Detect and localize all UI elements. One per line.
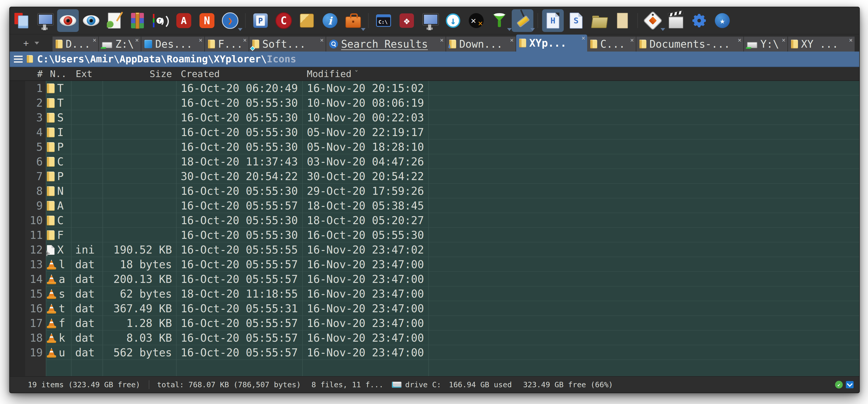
file-name-cell[interactable]: S <box>46 111 71 124</box>
tab-xyp[interactable]: XYp...✕ <box>516 34 587 52</box>
copy-documents-icon[interactable] <box>11 9 32 32</box>
tab-search-results[interactable]: Search Results✕ <box>326 36 446 52</box>
favorites-star-icon[interactable]: ★ <box>712 9 733 32</box>
table-row[interactable]: 15sdat62 bytes18-Oct-20 11:18:5516-Nov-2… <box>25 287 859 301</box>
tab-close-icon[interactable]: ✕ <box>440 36 443 43</box>
file-name-cell[interactable]: f <box>46 317 71 329</box>
tab-close-icon[interactable]: ✕ <box>782 36 785 43</box>
tab-f[interactable]: F...✕ <box>205 36 249 52</box>
tab-soft[interactable]: Soft...✕ <box>249 36 326 52</box>
download-circle-icon[interactable]: ↓ <box>442 9 464 32</box>
monitor-icon[interactable] <box>419 9 441 32</box>
table-row[interactable]: 16tdat367.49 KB16-Oct-20 05:55:3116-Nov-… <box>25 301 859 316</box>
acrobat-pdf-icon[interactable]: A <box>173 9 195 32</box>
file-name-cell[interactable]: s <box>46 288 71 300</box>
table-row[interactable]: 7P30-Oct-20 20:54:2230-Oct-20 20:54:22 <box>25 169 859 184</box>
command-prompt-icon[interactable]: C:\ <box>373 9 394 32</box>
tab-des[interactable]: Des...✕ <box>141 36 205 52</box>
paint-roller-icon[interactable] <box>512 9 533 32</box>
tag-icon-dropdown-caret[interactable] <box>660 28 665 31</box>
forward-circle-icon-dropdown-caret[interactable] <box>238 28 243 31</box>
chevron-down-icon[interactable] <box>846 381 854 388</box>
tab-close-icon[interactable]: ✕ <box>199 36 202 43</box>
tab-xy[interactable]: XY ...✕ <box>788 36 855 52</box>
tab-close-icon[interactable]: ✕ <box>630 36 634 43</box>
signal-arcs-icon[interactable]: ? <box>150 9 172 32</box>
info-circle-icon[interactable]: i <box>319 9 341 32</box>
file-name-cell[interactable]: a <box>46 273 71 286</box>
column-header-n[interactable]: N.. <box>46 68 71 79</box>
red-c-app-icon[interactable]: C <box>273 9 294 32</box>
forward-circle-icon[interactable]: ❯ <box>219 9 241 32</box>
tab-close-icon[interactable]: ✕ <box>135 36 139 43</box>
address-bar[interactable]: C:\Users\Amir\AppData\Roaming\XYplorer\I… <box>10 52 859 67</box>
tab-close-icon[interactable]: ✕ <box>849 36 852 43</box>
tab-documents[interactable]: Documents-...✕ <box>636 36 744 52</box>
file-name-cell[interactable]: C <box>46 155 71 168</box>
table-row[interactable]: 13ldat18 bytes16-Oct-20 05:55:5716-Nov-2… <box>25 257 859 272</box>
table-row[interactable]: 4I16-Oct-20 05:55:3005-Nov-20 22:19:17 <box>25 125 859 140</box>
column-header-[interactable]: # <box>25 68 46 79</box>
file-name-cell[interactable]: l <box>46 258 71 271</box>
file-name-cell[interactable]: P <box>46 170 71 183</box>
briefcase-icon[interactable] <box>342 9 364 32</box>
file-name-cell[interactable]: X <box>46 243 71 256</box>
tab-down[interactable]: ↓Down...✕ <box>446 36 516 52</box>
script-file-icon[interactable]: S <box>565 9 587 32</box>
package-cube-icon[interactable] <box>296 9 318 32</box>
file-name-cell[interactable]: T <box>46 97 71 109</box>
column-header-size[interactable]: Size <box>102 68 176 79</box>
tab-z[interactable]: Z:\✕ <box>99 36 141 52</box>
table-row[interactable]: 2T16-Oct-20 05:55:3010-Nov-20 08:06:19 <box>25 95 859 110</box>
tab-list-dropdown-icon[interactable] <box>34 42 39 45</box>
tab-c[interactable]: C...✕ <box>587 36 636 52</box>
menu-hamburger-icon[interactable] <box>14 56 23 63</box>
nitro-pdf-icon[interactable]: N <box>196 9 218 32</box>
table-row[interactable]: 10C16-Oct-20 05:55:3018-Oct-20 05:20:27 <box>25 213 859 228</box>
briefcase-icon-dropdown-caret[interactable] <box>361 28 366 31</box>
table-row[interactable]: 19udat562 bytes16-Oct-20 05:55:5716-Nov-… <box>25 345 859 360</box>
file-name-cell[interactable]: P <box>46 141 71 153</box>
column-header-ext[interactable]: Ext <box>71 68 102 79</box>
file-name-cell[interactable]: T <box>46 82 71 94</box>
red-eye-icon[interactable] <box>57 9 79 32</box>
tag-icon[interactable] <box>642 9 663 32</box>
table-row[interactable]: 6C18-Oct-20 11:37:4303-Nov-20 04:47:26 <box>25 154 859 169</box>
tab-close-icon[interactable]: ✕ <box>738 36 741 43</box>
filter-funnel-icon[interactable] <box>489 9 510 32</box>
tab-close-icon[interactable]: ✕ <box>510 36 514 43</box>
computer-monitor-icon[interactable] <box>34 9 56 32</box>
blank-page-icon[interactable] <box>612 9 633 32</box>
tab-close-icon[interactable]: ✕ <box>93 36 96 43</box>
table-row[interactable]: 1T16-Oct-20 06:20:4916-Nov-20 20:15:02 <box>25 81 859 95</box>
file-name-cell[interactable]: k <box>46 331 71 344</box>
paint-roller-icon-dropdown-caret[interactable] <box>530 28 535 31</box>
table-row[interactable]: 12Xini190.52 KB16-Oct-20 05:55:5516-Nov-… <box>25 242 859 257</box>
filter-funnel-icon-dropdown-caret[interactable] <box>507 28 512 31</box>
table-row[interactable]: 18kdat8.03 KB16-Oct-20 05:55:5716-Nov-20… <box>25 330 859 345</box>
settings-gear-icon[interactable] <box>688 9 710 32</box>
table-row[interactable]: 3S16-Oct-20 05:55:3010-Nov-20 00:22:03 <box>25 110 859 125</box>
column-header-modified[interactable]: Modifiedˇ <box>302 68 428 79</box>
html-file-icon[interactable]: H <box>542 9 564 32</box>
table-row[interactable]: 17fdat1.28 KB16-Oct-20 05:55:5716-Nov-20… <box>25 316 859 330</box>
tab-close-icon[interactable]: ✕ <box>582 34 585 41</box>
double-x-logo-icon[interactable]: ✕✕ <box>465 9 487 32</box>
publisher-icon[interactable]: P <box>250 9 271 32</box>
file-name-cell[interactable]: F <box>46 229 71 241</box>
file-name-cell[interactable]: u <box>46 346 71 359</box>
file-name-cell[interactable]: t <box>46 302 71 315</box>
table-row[interactable]: 11F16-Oct-20 05:55:3016-Oct-20 05:55:30 <box>25 228 859 242</box>
new-tab-button[interactable]: + <box>23 38 29 49</box>
file-name-cell[interactable]: N <box>46 185 71 197</box>
file-name-cell[interactable]: A <box>46 199 71 212</box>
column-header-created[interactable]: Created <box>176 68 302 79</box>
table-row[interactable]: 9A16-Oct-20 05:55:5718-Oct-20 05:38:45 <box>25 198 859 213</box>
open-folder-icon[interactable] <box>588 9 610 32</box>
winrar-archive-icon[interactable] <box>127 9 148 32</box>
blue-eye-icon[interactable] <box>80 9 102 32</box>
success-check-icon[interactable]: ✔ <box>835 381 843 388</box>
table-row[interactable]: 14adat200.13 KB16-Oct-20 05:55:5716-Nov-… <box>25 272 859 287</box>
tab-close-icon[interactable]: ✕ <box>243 36 247 43</box>
table-row[interactable]: 5P16-Oct-20 05:55:3005-Nov-20 18:28:10 <box>25 140 859 154</box>
